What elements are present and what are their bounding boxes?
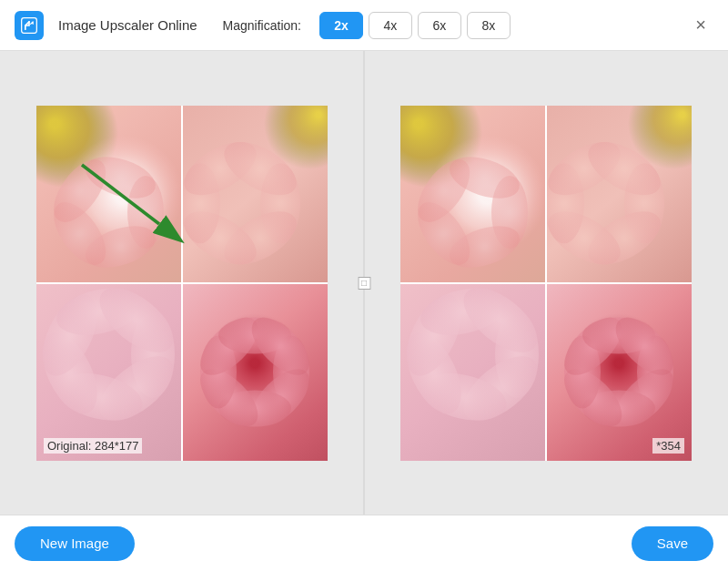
original-canvas bbox=[36, 106, 328, 461]
upscaled-label: *354 bbox=[652, 438, 684, 454]
mag-4x-button[interactable]: 4x bbox=[369, 12, 412, 39]
app-icon bbox=[15, 11, 44, 40]
close-button[interactable]: × bbox=[688, 13, 713, 38]
upscaled-canvas bbox=[400, 106, 692, 461]
image-upscaler-icon bbox=[20, 16, 38, 35]
left-panel: Original: 284*177 bbox=[0, 51, 364, 515]
new-image-button[interactable]: New Image bbox=[15, 526, 135, 561]
upscaled-image-container: *354 bbox=[400, 106, 692, 461]
main-area: Original: 284*177 □ *354 bbox=[0, 51, 728, 515]
mag-2x-button[interactable]: 2x bbox=[319, 12, 363, 39]
right-panel: *354 bbox=[364, 51, 728, 515]
save-button[interactable]: Save bbox=[632, 526, 713, 561]
bottom-bar: New Image Save bbox=[0, 515, 728, 571]
original-image-container: Original: 284*177 bbox=[36, 106, 328, 461]
app-title: Image Upscaler Online bbox=[58, 17, 197, 33]
mag-6x-button[interactable]: 6x bbox=[418, 12, 461, 39]
header: Image Upscaler Online Magnification: 2x … bbox=[0, 0, 728, 51]
magnification-buttons: 2x 4x 6x 8x bbox=[319, 12, 511, 39]
original-label: Original: 284*177 bbox=[44, 438, 142, 454]
magnification-label: Magnification: bbox=[223, 18, 301, 33]
mag-8x-button[interactable]: 8x bbox=[467, 12, 511, 39]
